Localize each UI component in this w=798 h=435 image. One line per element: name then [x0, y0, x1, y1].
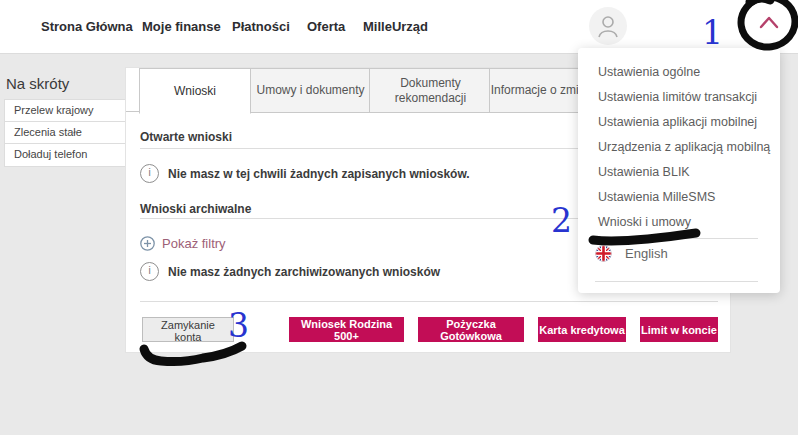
archived-requests-heading: Wnioski archiwalne: [140, 202, 251, 216]
karta-kredytowa-button[interactable]: Karta kredytowa: [538, 317, 626, 342]
tab-dokumenty-rekomendacji[interactable]: Dokumenty rekomendacji: [369, 68, 492, 113]
top-navigation: Strona Główna Moje finanse Płatności Ofe…: [0, 0, 798, 54]
chevron-up-icon: [752, 10, 786, 34]
nav-item-platnosci[interactable]: Płatności: [232, 19, 290, 34]
limit-w-koncie-button[interactable]: Limit w koncie: [640, 317, 718, 342]
nav-item-oferta[interactable]: Oferta: [307, 19, 345, 34]
archived-empty-message: Nie masz żadnych zarchiwizowanych wniosk…: [168, 265, 440, 279]
menu-divider: [595, 281, 758, 282]
sidebar-title: Na skróty: [6, 75, 69, 92]
menu-item-ustawienia-blik[interactable]: Ustawienia BLIK: [598, 165, 690, 179]
open-requests-empty-message: Nie masz w tej chwili żadnych zapisanych…: [168, 167, 470, 181]
info-icon: i: [140, 164, 159, 183]
menu-item-ustawienia-aplikacji[interactable]: Ustawienia aplikacji mobilnej: [598, 115, 757, 129]
nav-item-moje-finanse[interactable]: Moje finanse: [142, 19, 221, 34]
menu-item-ustawienia-millesms[interactable]: Ustawienia MilleSMS: [598, 190, 715, 204]
menu-item-urzadzenia-z-aplikacja[interactable]: Urządzenia z aplikacją mobilną: [598, 140, 770, 154]
menu-item-ustawienia-limitow[interactable]: Ustawienia limitów transakcji: [598, 90, 757, 104]
language-switcher[interactable]: English: [595, 245, 668, 262]
sidebar-item-doladuj-telefon[interactable]: Doładuj telefon: [4, 143, 131, 167]
nav-item-strona-glowna[interactable]: Strona Główna: [41, 19, 133, 34]
plus-circle-icon: [140, 236, 155, 251]
user-avatar[interactable]: [589, 7, 627, 45]
uk-flag-icon: [595, 245, 612, 262]
close-account-button[interactable]: Zamykanie konta: [142, 317, 234, 342]
user-icon: [589, 7, 627, 45]
language-label: English: [625, 246, 668, 261]
sidebar-item-zlecenia-stale[interactable]: Zlecenia stałe: [4, 121, 131, 145]
sidebar-item-przelew-krajowy[interactable]: Przelew krajowy: [4, 99, 131, 123]
show-filters-link[interactable]: Pokaż filtry: [140, 236, 226, 251]
info-icon: i: [140, 262, 159, 281]
menu-item-wnioski-i-umowy[interactable]: Wnioski i umowy: [598, 215, 691, 229]
user-menu-toggle[interactable]: [752, 10, 786, 34]
pozyczka-gotowkowa-button[interactable]: Pożyczka Gotówkowa: [418, 317, 524, 342]
rodzina-500-button[interactable]: Wniosek Rodzina 500+: [289, 317, 404, 342]
tab-umowy-i-dokumenty[interactable]: Umowy i dokumenty: [249, 68, 372, 113]
open-requests-heading: Otwarte wnioski: [140, 130, 232, 144]
menu-divider: [595, 238, 758, 239]
divider: [140, 301, 718, 302]
menu-item-ustawienia-ogolne[interactable]: Ustawienia ogólne: [598, 65, 700, 79]
user-settings-menu: Ustawienia ogólne Ustawienia limitów tra…: [578, 48, 780, 293]
nav-item-milleurzad[interactable]: MilleUrząd: [363, 19, 428, 34]
tab-wnioski[interactable]: Wnioski: [139, 68, 251, 114]
show-filters-label: Pokaż filtry: [162, 236, 226, 251]
